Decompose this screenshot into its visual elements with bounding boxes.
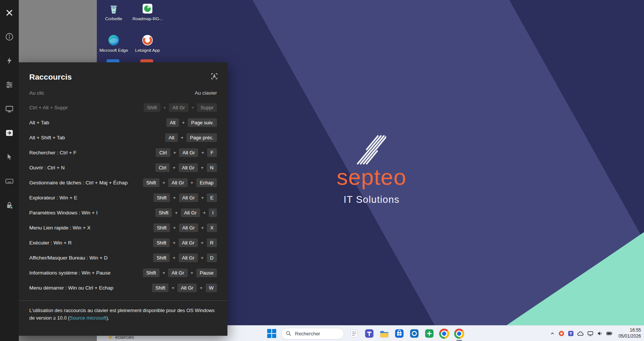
green-plus-app-icon[interactable] [424, 329, 434, 339]
key-badge: Alt Gr [179, 223, 198, 232]
shortcut-key-combo: Alt+Page suiv. [166, 118, 217, 127]
key-badge: I [209, 208, 217, 217]
plus-separator: + [201, 240, 204, 246]
security-lock-icon[interactable] [4, 200, 15, 210]
septeo-tagline: IT Solutions [344, 194, 400, 205]
footer-text-end: ). [106, 315, 109, 321]
key-badge: Shift [143, 178, 159, 187]
microsoft-store-icon[interactable] [394, 329, 404, 339]
shortcut-row: Afficher/Masquer Bureau : Win + D Shift+… [19, 250, 227, 265]
panel-footer: L'utilisation des raccourcis au clavier … [19, 301, 227, 321]
key-badge: N [207, 163, 217, 172]
shortcut-key-combo: Shift+Alt Gr+D [153, 253, 217, 262]
shortcut-action-label: Rechercher : Ctrl + F [29, 150, 77, 155]
shortcut-action-label: Menu démarrer : Win ou Ctrl + Echap [29, 285, 113, 291]
plus-separator: + [172, 285, 175, 291]
taskbar-center-icons [267, 326, 464, 341]
shortcut-rows: Ctrl + Alt + Suppr Shift+Alt Gr+Suppr Al… [19, 100, 227, 295]
remote-screen-icon[interactable] [587, 330, 593, 336]
desktop-icon-label: Corbeille [105, 17, 122, 21]
shortcut-action-label: Alt + Tab [29, 120, 49, 125]
shortcut-row: Ouvrir : Ctrl + N Ctrl+Alt Gr+N [19, 160, 227, 175]
shortcut-row: Menu Lien rapide : Win + X Shift+Alt Gr+… [19, 220, 227, 235]
close-icon[interactable] [4, 8, 15, 18]
keyboard-layout-icon[interactable] [210, 72, 218, 82]
key-badge: E [207, 193, 217, 202]
file-explorer-icon[interactable] [379, 329, 389, 339]
key-badge: Alt Gr [179, 148, 198, 157]
keyboard-icon[interactable] [4, 176, 15, 186]
key-badge: Alt Gr [168, 178, 187, 187]
key-badge: Shift [153, 223, 170, 232]
quick-actions-icon[interactable] [4, 56, 15, 66]
settings-sliders-icon[interactable] [4, 80, 15, 90]
desktop-icon-edge[interactable]: Microsoft Edge [100, 34, 127, 53]
footer-source-link[interactable]: Source microsoft [70, 315, 107, 321]
shortcut-key-combo: Shift+Alt Gr+Echap [143, 178, 217, 187]
shortcut-key-combo: Shift+Alt Gr+I [155, 208, 217, 217]
shortcuts-panel: Raccourcis Au clic Au clavier Ctrl + Alt… [19, 62, 227, 336]
key-badge: Alt Gr [179, 238, 198, 247]
volume-icon[interactable] [597, 330, 603, 336]
plus-separator: + [181, 135, 184, 140]
key-badge: Ctrl [156, 148, 170, 157]
chevron-up-icon[interactable] [550, 331, 555, 336]
key-badge: Shift [152, 284, 169, 292]
shortcut-key-combo: Shift+Alt Gr+W [152, 284, 217, 292]
session-share-icon[interactable] [4, 128, 15, 138]
key-badge: Alt Gr [179, 253, 198, 262]
shortcut-row: Alt + Tab Alt+Page suiv. [19, 115, 227, 130]
battery-icon[interactable] [606, 330, 613, 336]
teams-icon[interactable] [364, 329, 374, 339]
monitor-icon[interactable] [4, 104, 15, 114]
taskbar-search[interactable] [281, 328, 344, 339]
key-badge: Shift [153, 238, 170, 247]
chrome-icon[interactable] [439, 329, 449, 339]
shortcut-row: Menu démarrer : Win ou Ctrl + Echap Shif… [19, 280, 227, 295]
notification-badge-icon[interactable] [558, 330, 564, 336]
info-icon[interactable] [4, 32, 15, 42]
shortcut-key-combo: Shift+Alt Gr+X [153, 223, 217, 232]
shortcut-action-label: Explorateur : Win + E [29, 195, 77, 201]
chrome-icon-active[interactable] [454, 329, 464, 339]
shortcut-key-combo: Shift+Alt Gr+E [153, 193, 217, 202]
key-badge: Shift [153, 193, 170, 202]
plus-separator: + [201, 165, 204, 170]
start-button[interactable] [267, 329, 276, 338]
shortcut-row: Ctrl + Alt + Suppr Shift+Alt Gr+Suppr [19, 100, 227, 115]
onedrive-cloud-icon[interactable] [577, 331, 584, 336]
desktop-icon-roadmap[interactable]: Roadmap-RG-... [134, 2, 161, 21]
desktop-icon-letsignit[interactable]: Letsignit App [134, 34, 161, 53]
running-app-indicator [456, 340, 462, 341]
plus-separator: + [173, 255, 176, 261]
cursor-icon[interactable] [4, 152, 15, 162]
key-badge: R [207, 238, 217, 247]
key-badge: Echap [196, 178, 217, 187]
shortcut-key-combo: Ctrl+Alt Gr+F [156, 148, 217, 157]
shortcut-row: Alt + Shift + Tab Alt+Page préc. [19, 130, 227, 145]
plus-separator: + [173, 165, 176, 170]
column-header-click: Au clic [29, 90, 44, 96]
shortcut-key-combo: Alt+Page préc. [165, 133, 217, 142]
document-app-icon[interactable] [349, 329, 359, 339]
septeo-logo-mark [357, 134, 386, 165]
plus-separator: + [182, 120, 185, 125]
clock[interactable]: 16:55 05/01/2026 [618, 327, 641, 339]
key-badge: Shift [155, 208, 172, 217]
desktop-icon-label: Roadmap-RG-... [132, 17, 163, 21]
system-tray: 16:55 05/01/2026 [550, 326, 641, 341]
plus-separator: + [191, 105, 194, 110]
clock-date: 05/01/2026 [618, 333, 641, 339]
teams-tray-icon[interactable] [568, 330, 574, 336]
shortcut-action-label: Exécuter : Win + R [29, 240, 72, 246]
outlook-icon[interactable] [409, 329, 419, 339]
plus-separator: + [173, 240, 176, 246]
desktop-icon-corbeille[interactable]: Corbeille [100, 2, 127, 21]
shortcut-action-label: Paramètres Windows : Win + I [29, 210, 98, 216]
key-badge: Alt Gr [179, 193, 198, 202]
shortcut-row: Gestionnaire de tâches : Ctrl + Maj + Éc… [19, 175, 227, 190]
plus-separator: + [203, 210, 206, 216]
shortcut-action-label: Alt + Shift + Tab [29, 135, 65, 140]
edge-browser-icon [107, 34, 120, 47]
search-input[interactable] [294, 330, 337, 337]
